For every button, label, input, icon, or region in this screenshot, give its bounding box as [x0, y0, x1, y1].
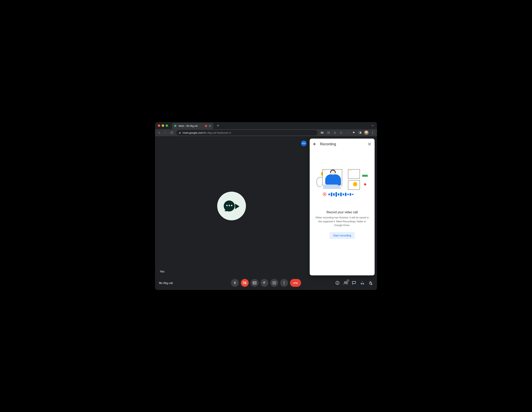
panel-header: Recording — [310, 138, 375, 150]
share-icon[interactable] — [332, 130, 338, 136]
panel-title: Recording — [320, 142, 364, 146]
svg-point-26 — [361, 283, 362, 284]
lock-icon — [179, 131, 181, 134]
profile-avatar[interactable] — [363, 130, 370, 136]
browser-toolbar: meet.google.com/ftk-rfkg-vdr?authuser=1 — [155, 129, 377, 136]
new-tab-button[interactable] — [216, 123, 220, 128]
titlebar: Meet – ftk-rfkg-vdr — [155, 122, 377, 129]
browser-tab[interactable]: Meet – ftk-rfkg-vdr — [172, 123, 213, 129]
tab-close-button[interactable] — [209, 125, 211, 127]
start-recording-button[interactable]: Start recording — [330, 232, 355, 239]
self-avatar — [217, 192, 246, 220]
recording-indicator-icon — [205, 125, 207, 127]
svg-point-8 — [348, 132, 348, 133]
browser-window: Meet – ftk-rfkg-vdr meet.go — [155, 122, 377, 290]
chat-button[interactable] — [352, 280, 357, 285]
panel-heading: Record your video call — [327, 211, 358, 214]
recording-illustration — [317, 163, 368, 203]
mic-toggle-button[interactable] — [231, 279, 239, 287]
call-controls — [231, 279, 301, 287]
svg-rect-27 — [363, 283, 364, 284]
window-minimize-button[interactable] — [162, 124, 164, 127]
svg-point-12 — [372, 132, 373, 133]
tile-more-button[interactable] — [301, 141, 306, 146]
extensions-icon[interactable] — [351, 130, 357, 136]
toolbar-actions — [319, 130, 376, 136]
more-options-button[interactable] — [280, 279, 288, 287]
svg-point-20 — [284, 284, 285, 284]
leave-call-button[interactable] — [290, 279, 301, 287]
window-close-button[interactable] — [158, 124, 160, 127]
open-external-icon[interactable] — [325, 130, 332, 136]
panel-back-button[interactable] — [313, 142, 317, 146]
sidepanel-icon[interactable] — [357, 130, 363, 136]
svg-rect-15 — [243, 282, 245, 284]
camera-toggle-button[interactable] — [241, 279, 249, 287]
svg-rect-23 — [337, 283, 338, 284]
svg-rect-2 — [174, 125, 175, 127]
svg-point-22 — [337, 282, 338, 282]
tab-search-button[interactable] — [370, 123, 375, 128]
activities-button[interactable] — [360, 280, 365, 285]
host-controls-button[interactable] — [368, 280, 373, 285]
bottom-bar: ftk-rfkg-vdr — [155, 276, 377, 290]
svg-rect-4 — [321, 132, 323, 133]
self-video-tile[interactable] — [155, 136, 308, 276]
browser-menu-button[interactable] — [370, 130, 376, 136]
svg-point-13 — [372, 133, 373, 134]
right-controls: 1 — [335, 280, 373, 285]
svg-point-30 — [371, 284, 372, 284]
present-button[interactable] — [270, 279, 278, 287]
svg-rect-14 — [235, 282, 235, 283]
svg-point-18 — [284, 281, 285, 282]
panel-close-button[interactable] — [367, 142, 372, 146]
svg-rect-10 — [360, 132, 361, 133]
svg-point-24 — [344, 282, 346, 283]
svg-point-6 — [347, 132, 348, 133]
recording-panel: Recording — [310, 138, 375, 275]
meeting-details-button[interactable] — [335, 280, 340, 285]
panel-description: When recording has finished, it will be … — [313, 216, 371, 227]
nav-forward-button[interactable] — [162, 130, 168, 136]
people-button[interactable]: 1 — [343, 280, 348, 285]
meeting-code: ftk-rfkg-vdr — [159, 281, 173, 285]
svg-rect-3 — [179, 133, 180, 134]
svg-point-19 — [284, 283, 285, 283]
nav-reload-button[interactable] — [169, 130, 175, 136]
content-area: You Recording — [155, 136, 377, 290]
svg-point-11 — [372, 131, 373, 132]
participant-count-badge: 1 — [346, 279, 349, 282]
raise-hand-button[interactable] — [260, 279, 268, 287]
nav-back-button[interactable] — [156, 130, 162, 136]
bookmark-icon[interactable] — [338, 130, 344, 136]
chat-camera-icon — [224, 200, 239, 212]
window-controls — [158, 124, 168, 127]
svg-point-7 — [347, 132, 347, 133]
camera-indicator-icon[interactable] — [319, 130, 325, 136]
url-text: meet.google.com/ftk-rfkg-vdr?authuser=1 — [183, 131, 231, 134]
address-bar[interactable]: meet.google.com/ftk-rfkg-vdr?authuser=1 — [176, 130, 318, 136]
meet-favicon-icon — [174, 124, 177, 128]
tab-title: Meet – ftk-rfkg-vdr — [179, 125, 203, 127]
panel-body: Record your video call When recording ha… — [310, 150, 375, 275]
extension-slot-icon[interactable] — [344, 130, 351, 136]
window-fullscreen-button[interactable] — [166, 124, 168, 127]
self-label: You — [160, 270, 164, 273]
captions-button[interactable] — [251, 279, 258, 287]
